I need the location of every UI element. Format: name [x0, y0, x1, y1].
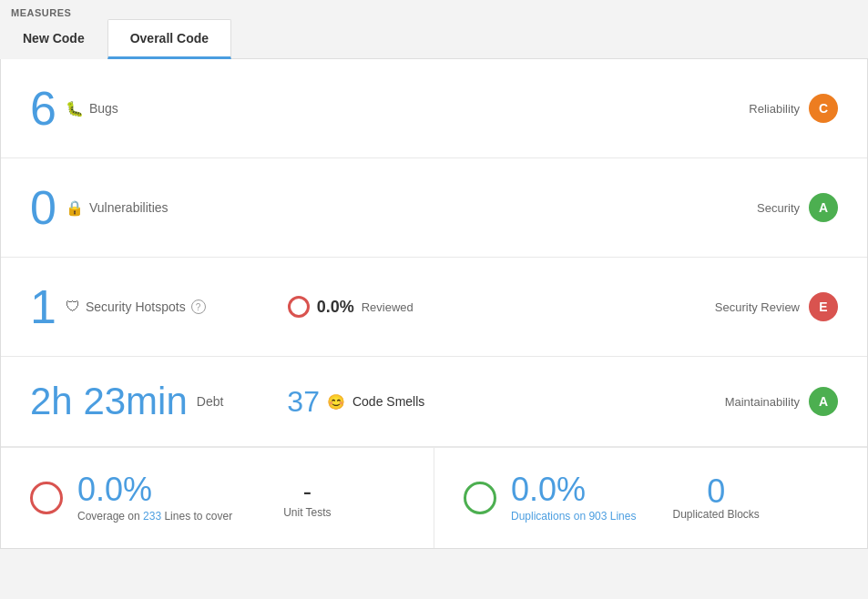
coverage-circle-icon	[30, 482, 63, 514]
tab-new-code[interactable]: New Code	[0, 19, 107, 59]
unit-tests-group: - Unit Tests	[283, 477, 331, 519]
dup-pct[interactable]: 0.0%	[511, 473, 636, 506]
debt-label: Debt	[197, 394, 224, 409]
hotspot-value[interactable]: 1	[30, 283, 56, 330]
dup-blocks-group: 0 Duplicated Blocks	[672, 475, 759, 521]
lock-icon	[66, 199, 84, 217]
bottom-panels: 0.0% Coverage on 233 Lines to cover - Un…	[1, 447, 867, 548]
bugs-label-group: Bugs	[66, 100, 118, 117]
code-smells-value[interactable]: 37	[287, 385, 320, 419]
debt-value[interactable]: 2h 23min	[30, 382, 188, 421]
hotspot-left: 1 Security Hotspots ? 0.0% Reviewed	[30, 283, 715, 330]
security-hotspots-row: 1 Security Hotspots ? 0.0% Reviewed Secu…	[1, 258, 867, 357]
debt-category: Maintainability	[725, 395, 800, 409]
debt-left: 2h 23min Debt 37 Code Smells	[30, 382, 725, 421]
vuln-left: 0 Vulnerabilities	[30, 184, 757, 231]
dup-info: 0.0% Duplications on 903 Lines	[511, 473, 636, 523]
code-smells-icon	[327, 393, 345, 411]
bugs-left: 6 Bugs	[30, 85, 749, 132]
debt-right: Maintainability A	[725, 387, 838, 416]
tab-overall-code[interactable]: Overall Code	[107, 19, 231, 59]
code-smells-group: 37 Code Smells	[287, 385, 424, 419]
dup-blocks-label: Duplicated Blocks	[672, 508, 759, 521]
bug-icon	[66, 100, 84, 117]
dup-sub: Duplications on 903 Lines	[511, 510, 636, 523]
vuln-value[interactable]: 0	[30, 184, 56, 231]
hotspot-label-group: Security Hotspots ?	[66, 299, 206, 315]
coverage-pct[interactable]: 0.0%	[77, 473, 232, 506]
bugs-rating: C	[809, 94, 838, 123]
hotspot-help-icon[interactable]: ?	[191, 300, 206, 314]
hotspot-label: Security Hotspots	[86, 300, 186, 314]
debt-row: 2h 23min Debt 37 Code Smells Maintainabi…	[1, 357, 867, 447]
unit-tests-dash: -	[303, 477, 311, 506]
debt-rating: A	[809, 387, 838, 416]
code-smells-label: Code Smells	[352, 394, 424, 409]
vuln-category: Security	[757, 201, 800, 215]
coverage-sub: Coverage on 233 Lines to cover	[77, 510, 232, 523]
bugs-category: Reliability	[749, 102, 800, 116]
unit-tests-label: Unit Tests	[283, 506, 331, 519]
coverage-panel: 0.0% Coverage on 233 Lines to cover - Un…	[1, 448, 434, 548]
vuln-right: Security A	[757, 193, 838, 222]
reviewed-pct: 0.0%	[317, 298, 354, 317]
vuln-rating: A	[809, 193, 838, 222]
tabs-bar: New Code Overall Code	[0, 18, 868, 59]
reviewed-circle-icon	[288, 296, 310, 318]
bugs-right: Reliability C	[749, 94, 838, 123]
dup-lines-link[interactable]: 903	[588, 510, 607, 523]
hotspot-rating: E	[809, 292, 838, 321]
page-wrapper: MEASURES New Code Overall Code 6 Bugs Re…	[0, 0, 868, 599]
reviewed-group: 0.0% Reviewed	[288, 296, 414, 318]
coverage-info: 0.0% Coverage on 233 Lines to cover	[77, 473, 232, 523]
header-title: MEASURES	[11, 7, 71, 18]
vulnerabilities-row: 0 Vulnerabilities Security A	[1, 158, 867, 258]
vuln-label: Vulnerabilities	[89, 200, 168, 215]
bugs-row: 6 Bugs Reliability C	[1, 59, 867, 158]
bugs-label: Bugs	[89, 101, 118, 116]
hotspot-category: Security Review	[715, 300, 800, 314]
bugs-value[interactable]: 6	[30, 85, 56, 132]
main-content: 6 Bugs Reliability C 0 Vulnerabilities	[0, 59, 868, 549]
measures-header: MEASURES	[0, 0, 868, 18]
vuln-label-group: Vulnerabilities	[66, 199, 168, 217]
shield-icon	[66, 299, 80, 315]
coverage-lines-link[interactable]: 233	[143, 510, 161, 523]
reviewed-label: Reviewed	[362, 300, 414, 314]
hotspot-right: Security Review E	[715, 292, 838, 321]
duplications-panel: 0.0% Duplications on 903 Lines 0 Duplica…	[434, 448, 867, 548]
dup-blocks-value: 0	[707, 475, 725, 508]
duplications-circle-icon	[464, 482, 496, 514]
